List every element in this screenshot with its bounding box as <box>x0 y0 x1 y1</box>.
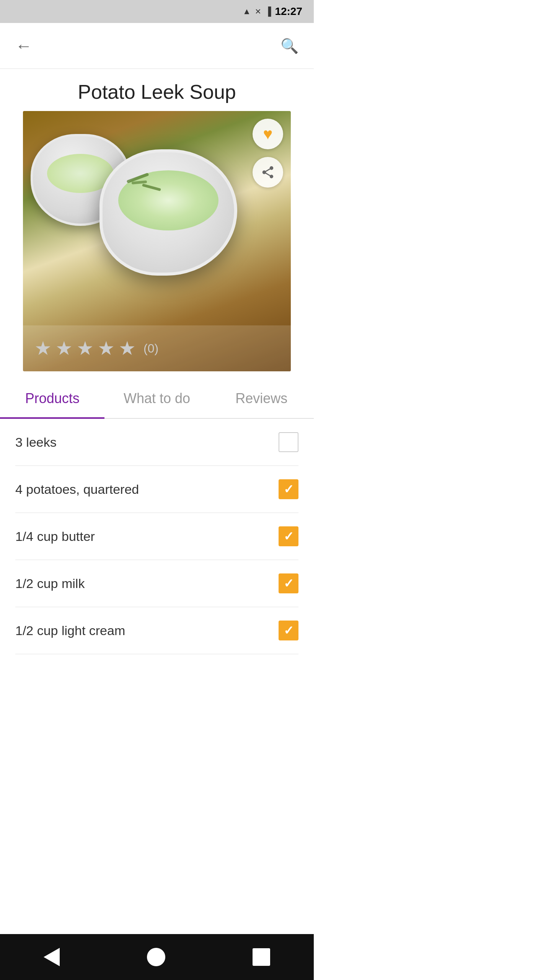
star-4[interactable]: ★ <box>98 337 115 359</box>
star-2[interactable]: ★ <box>55 337 73 359</box>
ingredient-name: 3 leeks <box>15 435 57 450</box>
recent-nav-icon <box>253 948 270 966</box>
ingredient-checkbox-4[interactable] <box>279 573 298 593</box>
home-nav-button[interactable] <box>147 948 165 966</box>
tabs-container: Products What to do Reviews <box>0 379 314 419</box>
battery-icon: ▐ <box>265 7 271 16</box>
status-time: 12:27 <box>275 5 302 18</box>
rating-count: (0) <box>143 341 158 356</box>
ingredient-checkbox-2[interactable] <box>279 479 298 499</box>
home-nav-icon <box>147 948 165 966</box>
back-nav-button[interactable] <box>44 948 60 966</box>
star-3[interactable]: ★ <box>77 337 94 359</box>
ingredient-checkbox-5[interactable] <box>279 621 298 640</box>
wifi-icon: ▲ <box>243 7 251 16</box>
tab-products[interactable]: Products <box>0 379 104 418</box>
favorite-button[interactable]: ♥ <box>253 119 283 149</box>
tab-what-to-do[interactable]: What to do <box>104 379 209 418</box>
back-button[interactable]: ← <box>15 36 32 56</box>
star-1[interactable]: ★ <box>34 337 52 359</box>
status-icons: ▲ ✕ ▐ 12:27 <box>243 5 302 18</box>
ingredient-checkbox-1[interactable] <box>279 432 298 452</box>
star-5[interactable]: ★ <box>119 337 136 359</box>
tab-reviews[interactable]: Reviews <box>209 379 314 418</box>
ingredients-list: 3 leeks 4 potatoes, quartered 1/4 cup bu… <box>0 419 314 934</box>
share-button[interactable] <box>253 157 283 188</box>
ingredient-name: 1/4 cup butter <box>15 529 95 544</box>
recipe-title: Potato Leek Soup <box>0 69 314 111</box>
recent-nav-button[interactable] <box>253 948 270 966</box>
ingredient-item: 4 potatoes, quartered <box>15 466 298 513</box>
nav-bar: ← 🔍 <box>0 23 314 69</box>
ingredient-item: 1/4 cup butter <box>15 513 298 560</box>
bottom-nav <box>0 934 314 980</box>
back-nav-icon <box>44 948 60 966</box>
ingredient-name: 1/2 cup light cream <box>15 623 125 638</box>
ingredient-name: 1/2 cup milk <box>15 576 85 591</box>
recipe-image-container: ♥ ★ ★ ★ ★ ★ (0) <box>23 111 291 371</box>
signal-icon: ✕ <box>255 7 261 16</box>
ingredient-checkbox-3[interactable] <box>279 526 298 546</box>
ingredient-item: 3 leeks <box>15 419 298 466</box>
ingredient-item: 1/2 cup milk <box>15 560 298 607</box>
status-bar: ▲ ✕ ▐ 12:27 <box>0 0 314 23</box>
rating-overlay: ★ ★ ★ ★ ★ (0) <box>23 325 291 371</box>
share-icon <box>261 165 275 180</box>
ingredient-item: 1/2 cup light cream <box>15 607 298 654</box>
ingredient-name: 4 potatoes, quartered <box>15 482 139 497</box>
search-button[interactable]: 🔍 <box>280 38 298 54</box>
heart-icon: ♥ <box>263 125 273 143</box>
